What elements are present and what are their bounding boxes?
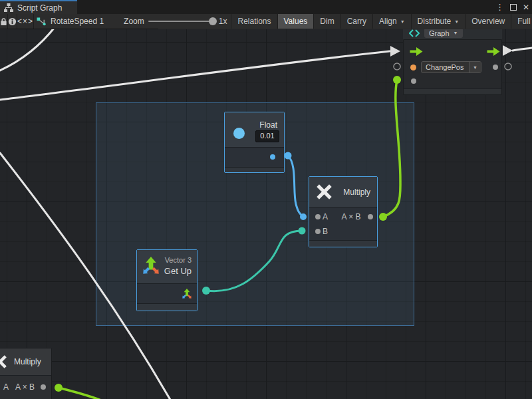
port-label-a: A (3, 382, 9, 392)
float-value-input[interactable]: 0.01 (255, 130, 279, 142)
flow-output-arrow-icon[interactable] (487, 47, 500, 56)
graph-unit-node[interactable]: ChangePos ▼ (403, 39, 502, 95)
button-relations[interactable]: Relations (231, 14, 277, 29)
chevron-down-icon: ▼ (400, 19, 405, 24)
node-footer (309, 240, 377, 247)
variable-input-port[interactable] (410, 65, 416, 70)
flow-input-arrow-icon[interactable] (410, 47, 423, 56)
graph-name-group[interactable]: RotateSpeed 1 (34, 14, 106, 29)
tab-script-graph[interactable]: Script Graph (0, 0, 77, 14)
button-overview[interactable]: Overview (466, 14, 511, 29)
multiply-node-2[interactable]: Multiply A A × B (0, 348, 52, 399)
vector3-output-port-icon[interactable] (182, 289, 192, 299)
vector3-get-up-node[interactable]: Vector 3 Get Up (136, 249, 198, 311)
zoom-value: 1x (219, 17, 227, 26)
output-port[interactable] (41, 384, 46, 390)
unity-script-graph-window: { "window": { "tab_title": "Script Graph… (0, 0, 532, 399)
float-output-port[interactable] (270, 154, 275, 160)
chevron-down-icon: ▼ (454, 19, 459, 24)
multiply-node[interactable]: Multiply A A × B B (309, 176, 378, 247)
window-menu-icon[interactable]: ⋮ (495, 3, 504, 11)
zoom-slider-track[interactable] (148, 21, 215, 22)
lock-button[interactable] (0, 14, 8, 29)
close-icon[interactable]: ✕ (523, 3, 529, 11)
vector3-icon (142, 257, 160, 275)
node-footer (137, 303, 197, 311)
window-controls: ⋮ ✕ (495, 0, 529, 14)
script-graph-icon (4, 3, 13, 12)
node-title: Get Up (164, 266, 192, 276)
graph-toolbar: <×> RotateSpeed 1 Zoom 1x Relations Valu… (0, 14, 532, 29)
chevron-down-icon: ▼ (454, 31, 458, 35)
visual-scripting-icon (409, 29, 420, 37)
button-full-screen[interactable]: Full Screen (511, 14, 532, 29)
button-carry[interactable]: Carry (341, 14, 373, 29)
maximize-icon[interactable] (510, 4, 517, 11)
code-icon: <×> (17, 17, 33, 26)
graph-asset-icon (37, 17, 47, 26)
code-view-button[interactable]: <×> (17, 14, 34, 29)
value-output-port[interactable] (493, 65, 498, 70)
input-port-b[interactable] (315, 229, 321, 234)
output-label: A × B (339, 212, 363, 221)
zoom-slider-handle[interactable] (209, 17, 217, 25)
variable-dropdown[interactable]: ChangePos ▼ (421, 61, 481, 73)
button-dim[interactable]: Dim (314, 14, 340, 29)
node-title: Float (259, 120, 277, 130)
multiply-icon (0, 354, 7, 369)
lock-icon (0, 17, 7, 26)
graph-breadcrumb-dropdown[interactable]: Graph ▼ (424, 28, 463, 38)
breadcrumb-label: Graph (429, 29, 450, 37)
variable-name: ChangePos (422, 62, 469, 72)
node-title: Multiply (14, 357, 41, 366)
tab-title: Script Graph (17, 3, 62, 13)
value-input-port-2[interactable] (411, 78, 416, 84)
output-port[interactable] (368, 214, 373, 219)
node-footer (404, 88, 501, 94)
port-label-a: A (323, 212, 328, 221)
button-align[interactable]: Align ▼ (373, 14, 412, 29)
graph-name: RotateSpeed 1 (51, 17, 104, 26)
chevron-down-icon[interactable]: ▼ (469, 62, 481, 72)
node-footer (225, 167, 284, 172)
info-icon (8, 17, 17, 26)
zoom-label: Zoom (124, 17, 144, 26)
node-type-label: Vector 3 (165, 256, 192, 264)
node-title: Multiply (343, 188, 370, 197)
window-titlebar: Script Graph ⋮ ✕ (0, 0, 532, 14)
button-distribute[interactable]: Distribute ▼ (412, 14, 466, 29)
input-port-a[interactable] (315, 214, 321, 219)
button-values[interactable]: Values (278, 14, 315, 29)
zoom-slider[interactable] (148, 14, 215, 29)
float-node[interactable]: Float 0.01 (224, 112, 285, 173)
multiply-icon (316, 184, 332, 200)
output-label: A × B (15, 382, 35, 392)
zoom-group: Zoom 1x (106, 14, 231, 29)
port-label-b: B (323, 227, 328, 236)
float-type-icon (233, 128, 245, 139)
info-button[interactable] (8, 14, 17, 29)
